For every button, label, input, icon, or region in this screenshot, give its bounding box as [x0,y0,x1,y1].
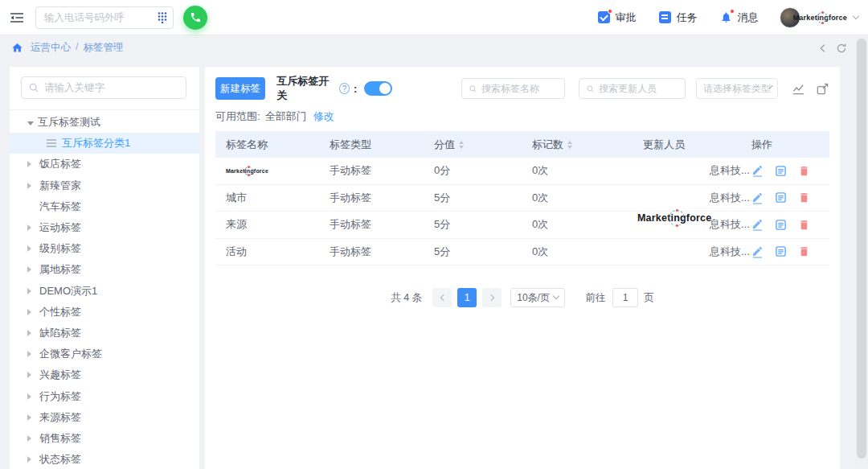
dialpad-icon[interactable] [158,11,167,24]
scrollbar-thumb[interactable] [857,39,866,459]
call-button[interactable] [183,6,207,30]
tree-item[interactable]: 企微客户标签 [10,344,199,364]
search-icon [28,82,39,93]
tree-item-label: 销售标签 [39,431,81,446]
sidebar-search-input[interactable] [44,82,179,93]
tree-item[interactable]: 运动标签 [10,217,199,238]
table-row: Marketingforce 手动标签 0分 0次 息科技... [215,158,829,185]
caret-icon[interactable] [27,183,35,189]
caret-icon[interactable] [27,414,35,421]
header-score[interactable]: 分值 [424,138,522,152]
table-row: 活动 手动标签 5分 0次 息科技... [215,239,829,266]
delete-icon[interactable] [798,165,810,177]
search-updater-input[interactable] [599,83,678,94]
delete-icon[interactable] [798,191,810,204]
task-icon [659,11,671,23]
tag-management-page: 审批 任务 消息 Marketingforce [0,0,868,469]
tree-item[interactable]: 缺陷标签 [10,323,199,344]
caret-icon[interactable] [27,224,35,231]
edit-icon[interactable] [751,164,764,177]
refresh-icon[interactable] [836,43,847,54]
help-icon[interactable] [339,83,350,94]
tree-item-label: 互斥标签分类1 [62,136,130,150]
tree-item[interactable]: 汽车标签 [10,196,199,217]
tree-item[interactable]: 行为标签 [10,385,199,406]
mutex-toggle-switch[interactable] [364,81,391,96]
caret-icon[interactable] [27,435,35,442]
edit-icon[interactable] [751,245,764,258]
cell-tag-type: 手动标签 [320,217,424,232]
tree-item[interactable]: 互斥标签测试 [10,112,199,133]
search-icon [586,84,595,94]
sort-icon[interactable] [459,141,464,149]
tree-item[interactable]: 互斥标签分类1 [10,133,199,154]
detail-icon[interactable] [775,219,787,231]
search-tag-input[interactable] [481,83,558,94]
brand-logo: Marketingforce [793,14,847,22]
nav-approval-label: 审批 [616,10,637,25]
tag-type-select[interactable]: 请选择标签类型 [696,78,778,99]
tree-item[interactable]: 饭店标签 [10,154,199,175]
breadcrumb-section[interactable]: 运营中心 [31,41,71,55]
message-bell-icon [720,11,732,23]
cell-mark-count: 0次 [522,245,633,259]
caret-icon[interactable] [27,330,35,336]
tree-item[interactable]: 属地标签 [10,259,199,280]
tree-item[interactable]: 销售标签 [10,428,199,449]
goto-page-input[interactable] [612,288,638,307]
new-tag-button[interactable]: 新建标签 [215,77,265,100]
caret-icon[interactable] [27,372,35,378]
nav-approval[interactable]: 审批 [598,10,637,25]
goto-unit: 页 [644,291,654,305]
detail-icon[interactable] [775,245,787,257]
tree-item[interactable]: 状态标签 [10,449,199,469]
user-menu[interactable]: Marketingforce [780,7,858,28]
collapse-menu-icon[interactable] [10,12,24,23]
page-size-select[interactable]: 10条/页 [510,288,565,307]
chart-icon[interactable] [792,82,805,96]
tree-item[interactable]: 级别标签 [10,238,199,259]
search-tag-field [461,78,565,99]
cell-tag-name: 城市 [215,191,320,205]
scope-edit-link[interactable]: 修改 [313,109,334,124]
delete-icon[interactable] [798,245,810,257]
cell-tag-type: 手动标签 [320,245,424,259]
caret-icon[interactable] [27,121,34,125]
caret-icon[interactable] [27,288,35,294]
expand-icon[interactable] [816,82,829,96]
tree-item[interactable]: 来源标签 [10,407,199,428]
caret-icon[interactable] [27,351,35,357]
edit-icon[interactable] [751,191,764,204]
tree-item[interactable]: DEMO演示1 [10,281,199,302]
top-bar: 审批 任务 消息 Marketingforce [0,0,868,35]
prev-page-button[interactable] [432,288,452,307]
back-icon[interactable] [817,43,829,54]
nav-message[interactable]: 消息 [720,10,759,25]
sort-icon[interactable] [567,141,572,149]
edit-icon[interactable] [751,218,764,231]
tree-item[interactable]: 新臻管家 [10,175,199,196]
approval-icon [598,11,610,23]
caret-icon[interactable] [27,456,35,463]
header-mark-count[interactable]: 标记数 [522,138,633,152]
caret-icon[interactable] [27,309,35,315]
delete-icon[interactable] [798,219,810,231]
tree-item-label: 兴趣标签 [39,368,81,382]
home-icon[interactable] [11,42,23,54]
detail-icon[interactable] [775,191,787,204]
breadcrumb-separator: / [76,41,78,55]
caret-icon[interactable] [27,266,35,273]
page-number-button[interactable]: 1 [457,288,477,307]
next-page-button[interactable] [482,288,502,307]
caret-icon[interactable] [27,161,35,167]
table-row: 城市 手动标签 5分 0次 息科技... [215,185,829,212]
caret-icon[interactable] [27,245,35,252]
cell-tag-name: 活动 [215,245,320,259]
tree-item[interactable]: 个性标签 [10,302,199,323]
cell-actions [741,245,829,258]
detail-icon[interactable] [775,165,787,177]
caret-icon[interactable] [27,393,35,400]
phone-number-input[interactable] [35,6,174,29]
tree-item[interactable]: 兴趣标签 [10,364,199,385]
nav-task[interactable]: 任务 [659,10,698,25]
